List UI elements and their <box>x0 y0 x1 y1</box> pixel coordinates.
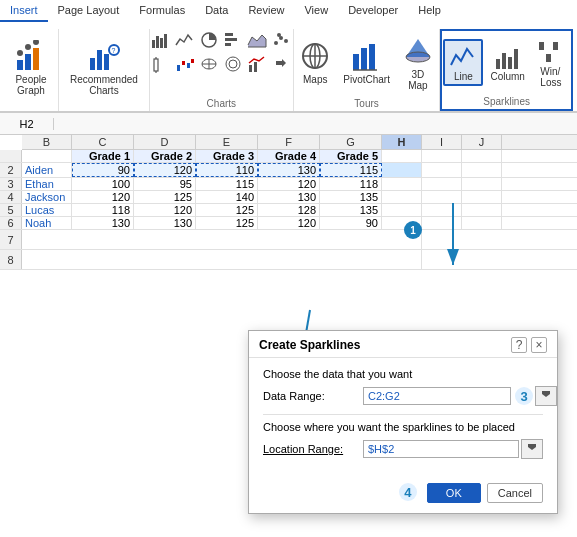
tab-help[interactable]: Help <box>408 0 451 22</box>
cell-c6[interactable]: 130 <box>72 217 134 229</box>
cell-f3[interactable]: 120 <box>258 178 320 190</box>
waterfall-button[interactable] <box>174 53 196 75</box>
cell-b1[interactable] <box>22 150 72 162</box>
cell-b2[interactable]: Aiden <box>22 163 72 177</box>
col-header-g[interactable]: G <box>320 135 382 149</box>
cell-i5[interactable] <box>422 204 462 216</box>
cell-g5[interactable]: 135 <box>320 204 382 216</box>
tab-view[interactable]: View <box>294 0 338 22</box>
col-header-c[interactable]: C <box>72 135 134 149</box>
cell-h6[interactable] <box>382 217 422 229</box>
cell-d6[interactable]: 130 <box>134 217 196 229</box>
location-range-collapse-button[interactable] <box>521 439 543 459</box>
cell-g3[interactable]: 118 <box>320 178 382 190</box>
tab-data[interactable]: Data <box>195 0 238 22</box>
tab-insert[interactable]: Insert <box>0 0 48 22</box>
col-header-h[interactable]: H <box>382 135 422 149</box>
column-chart-button[interactable] <box>150 29 172 51</box>
cell-b4[interactable]: Jackson <box>22 191 72 203</box>
name-box[interactable]: H2 <box>4 118 54 130</box>
combo-button[interactable] <box>246 53 268 75</box>
dialog-help-button[interactable]: ? <box>511 337 527 353</box>
dialog-location-range-input[interactable] <box>363 440 519 458</box>
cell-i1[interactable] <box>422 150 462 162</box>
3d-map-button[interactable]: 3DMap <box>397 32 439 94</box>
cell-d4[interactable]: 125 <box>134 191 196 203</box>
cell-c1[interactable]: Grade 1 <box>72 150 134 162</box>
cell-j5[interactable] <box>462 204 502 216</box>
data-range-collapse-button[interactable] <box>535 386 557 406</box>
sunburst-button[interactable] <box>222 53 244 75</box>
cell-h1[interactable] <box>382 150 422 162</box>
cell-f6[interactable]: 120 <box>258 217 320 229</box>
cell-e4[interactable]: 140 <box>196 191 258 203</box>
cell-b3[interactable]: Ethan <box>22 178 72 190</box>
line-sparkline-button[interactable]: Line <box>443 39 483 86</box>
cell-e3[interactable]: 115 <box>196 178 258 190</box>
col-header-d[interactable]: D <box>134 135 196 149</box>
tab-review[interactable]: Review <box>238 0 294 22</box>
cell-e2[interactable]: 110 <box>196 163 258 177</box>
cell-i3[interactable] <box>422 178 462 190</box>
col-header-e[interactable]: E <box>196 135 258 149</box>
col-header-f[interactable]: F <box>258 135 320 149</box>
cell-g6[interactable]: 90 <box>320 217 382 229</box>
dialog-close-button[interactable]: × <box>531 337 547 353</box>
pivot-chart-button[interactable]: PivotChart <box>338 37 395 88</box>
win-loss-sparkline-button[interactable]: Win/Loss <box>532 35 570 91</box>
dialog-data-range-input[interactable] <box>363 387 511 405</box>
cell-g1[interactable]: Grade 5 <box>320 150 382 162</box>
people-graph-button[interactable]: PeopleGraph <box>10 37 52 99</box>
maps-button[interactable]: Maps <box>294 37 336 88</box>
cell-h5[interactable] <box>382 204 422 216</box>
map-combo-button[interactable] <box>198 53 220 75</box>
column-sparkline-button[interactable]: Column <box>485 40 529 85</box>
cell-b6[interactable]: Noah <box>22 217 72 229</box>
expand-charts-button[interactable] <box>270 53 292 75</box>
cell-c2[interactable]: 90 <box>72 163 134 177</box>
ok-button[interactable]: OK <box>427 483 481 503</box>
cell-h4[interactable] <box>382 191 422 203</box>
cell-c5[interactable]: 118 <box>72 204 134 216</box>
cell-j1[interactable] <box>462 150 502 162</box>
cell-empty-7[interactable] <box>22 230 422 249</box>
cell-j3[interactable] <box>462 178 502 190</box>
cell-j2[interactable] <box>462 163 502 177</box>
tab-formulas[interactable]: Formulas <box>129 0 195 22</box>
tab-page-layout[interactable]: Page Layout <box>48 0 130 22</box>
cell-h2[interactable] <box>382 163 422 177</box>
cell-c4[interactable]: 120 <box>72 191 134 203</box>
cell-empty-8[interactable] <box>22 250 422 269</box>
cell-d3[interactable]: 95 <box>134 178 196 190</box>
cell-i4[interactable] <box>422 191 462 203</box>
bar-chart-button[interactable] <box>222 29 244 51</box>
cell-f5[interactable]: 128 <box>258 204 320 216</box>
cell-g2[interactable]: 115 <box>320 163 382 177</box>
area-chart-button[interactable] <box>246 29 268 51</box>
col-header-j[interactable]: J <box>462 135 502 149</box>
pie-chart-button[interactable] <box>198 29 220 51</box>
cell-f1[interactable]: Grade 4 <box>258 150 320 162</box>
cell-d5[interactable]: 120 <box>134 204 196 216</box>
cell-j6[interactable] <box>462 217 502 229</box>
cell-e6[interactable]: 125 <box>196 217 258 229</box>
cell-h3[interactable] <box>382 178 422 190</box>
cell-e5[interactable]: 125 <box>196 204 258 216</box>
cell-f2[interactable]: 130 <box>258 163 320 177</box>
scatter-chart-button[interactable] <box>270 29 292 51</box>
cell-d1[interactable]: Grade 2 <box>134 150 196 162</box>
recommended-charts-button[interactable]: ? RecommendedCharts <box>65 37 143 99</box>
line-chart-button[interactable] <box>174 29 196 51</box>
cancel-button[interactable]: Cancel <box>487 483 543 503</box>
cell-f4[interactable]: 130 <box>258 191 320 203</box>
create-sparklines-dialog[interactable]: Create Sparklines ? × Choose the data th… <box>248 330 558 514</box>
cell-c3[interactable]: 100 <box>72 178 134 190</box>
cell-i6[interactable] <box>422 217 462 229</box>
tab-developer[interactable]: Developer <box>338 0 408 22</box>
col-header-b[interactable]: B <box>22 135 72 149</box>
stats-chart-button[interactable] <box>150 53 172 75</box>
cell-i2[interactable] <box>422 163 462 177</box>
cell-d2[interactable]: 120 <box>134 163 196 177</box>
cell-g4[interactable]: 135 <box>320 191 382 203</box>
cell-b5[interactable]: Lucas <box>22 204 72 216</box>
